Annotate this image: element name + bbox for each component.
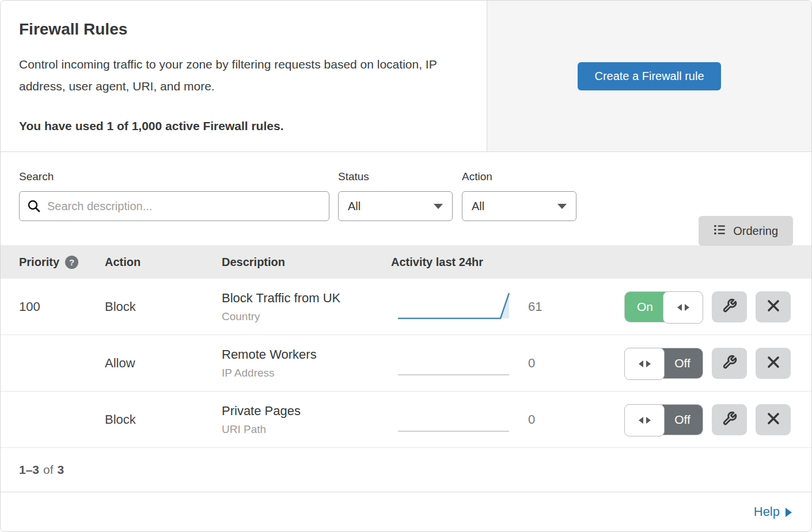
toggle-state-label: On [625,292,665,322]
pagination-of: of [43,463,54,477]
ordering-wrap: Ordering [699,170,793,245]
delete-rule-button[interactable] [756,291,791,322]
activity-column-header: Activity last 24hr [391,256,651,269]
filter-bar: Search Status All Action All [1,152,811,245]
search-box [19,191,329,221]
activity-sparkline [391,345,512,382]
rule-toggle[interactable]: Off [624,348,703,379]
toggle-state-label: Off [662,405,703,435]
table-row: 100 Block Block Traffic from UK Country … [1,279,811,335]
chevron-down-icon [557,204,567,209]
rules-list: 100 Block Block Traffic from UK Country … [1,279,811,448]
header-text-block: Firewall Rules Control incoming traffic … [1,1,487,151]
page-title: Firewall Rules [19,20,464,39]
search-filter-group: Search [19,170,329,245]
rule-match-type: Country [222,310,391,323]
create-firewall-rule-button[interactable]: Create a Firewall rule [578,62,720,90]
rule-description: Private Pages [222,404,391,419]
rule-controls: On [564,291,811,322]
close-icon [767,412,780,427]
action-select[interactable]: All [462,191,576,221]
rule-priority: 100 [1,299,105,314]
toggle-drag-handle-icon[interactable] [624,348,665,380]
pagination-total: 3 [58,463,64,477]
activity-sparkline [391,288,512,325]
toggle-drag-handle-icon[interactable] [624,404,665,436]
action-filter-group: Action All [462,170,576,245]
action-selected-value: All [472,200,484,213]
rule-toggle[interactable]: Off [624,404,703,435]
rule-match-type: IP Address [222,367,391,379]
activity-count: 0 [512,412,564,427]
close-icon [767,299,780,314]
edit-rule-button[interactable] [712,291,747,322]
rule-description-cell: Private Pages URI Path [222,404,391,436]
rule-toggle[interactable]: On [624,291,703,322]
help-link-label: Help [754,504,780,519]
table-row: Block Private Pages URI Path 0 Off [1,392,811,448]
priority-help-icon[interactable]: ? [65,256,78,269]
rule-controls: Off [564,404,811,435]
rule-description-cell: Block Traffic from UK Country [222,291,391,323]
help-bar: Help [1,492,811,531]
search-icon [27,199,41,213]
activity-sparkline [391,401,512,438]
ordering-button[interactable]: Ordering [699,216,793,246]
rule-action: Block [105,299,222,314]
wrench-icon [722,298,737,315]
priority-column-header: Priority ? [1,256,105,269]
description-column-header: Description [222,256,391,269]
edit-rule-button[interactable] [712,404,747,435]
action-column-header: Action [105,256,222,269]
header-section: Firewall Rules Control incoming traffic … [1,1,811,152]
toggle-state-label: Off [662,348,703,378]
list-icon [714,223,726,239]
table-header-row: Priority ? Action Description Activity l… [1,245,811,279]
activity-count: 0 [512,356,564,371]
rule-controls: Off [564,348,811,379]
delete-rule-button[interactable] [756,348,791,379]
firewall-rules-card: Firewall Rules Control incoming traffic … [0,0,812,532]
arrow-right-icon [786,508,792,517]
wrench-icon [722,355,737,371]
chevron-down-icon [434,204,443,209]
rule-action: Block [105,412,222,427]
close-icon [767,355,780,371]
rule-description: Remote Workers [222,347,391,362]
activity-count: 61 [512,299,564,314]
edit-rule-button[interactable] [712,348,747,379]
rule-match-type: URI Path [222,423,391,436]
status-selected-value: All [348,200,361,213]
status-select[interactable]: All [338,191,453,221]
rule-description-cell: Remote Workers IP Address [222,347,391,379]
usage-note: You have used 1 of 1,000 active Firewall… [19,119,464,133]
delete-rule-button[interactable] [756,404,791,435]
rule-description: Block Traffic from UK [222,291,391,306]
search-input[interactable] [19,191,329,221]
priority-header-label: Priority [19,256,59,269]
search-label: Search [19,170,329,183]
action-label: Action [462,170,576,183]
table-row: Allow Remote Workers IP Address 0 Off [1,335,811,392]
toggle-drag-handle-icon[interactable] [663,291,703,324]
pagination-range: 1–3 [19,463,39,477]
rule-action: Allow [105,356,222,371]
ordering-button-label: Ordering [733,225,778,238]
pagination-bar: 1–3 of 3 [1,448,811,492]
status-label: Status [338,170,453,183]
header-action-panel: Create a Firewall rule [487,1,811,151]
page-description: Control incoming traffic to your zone by… [19,54,462,97]
help-link[interactable]: Help [754,504,792,519]
status-filter-group: Status All [338,170,453,245]
wrench-icon [722,411,737,428]
